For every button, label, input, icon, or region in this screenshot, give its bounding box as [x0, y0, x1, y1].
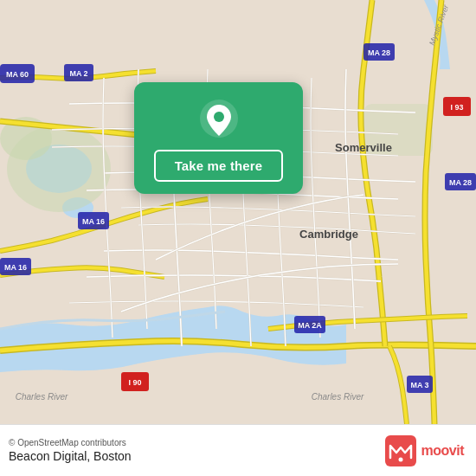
- svg-text:Somerville: Somerville: [335, 141, 392, 154]
- bottom-bar: © OpenStreetMap contributors Beacon Digi…: [0, 424, 476, 476]
- svg-point-34: [398, 457, 402, 461]
- location-text: Beacon Digital, Boston: [9, 449, 132, 463]
- svg-text:MA 16: MA 16: [4, 263, 27, 272]
- svg-text:Charles River: Charles River: [312, 392, 364, 402]
- svg-text:MA 3: MA 3: [410, 381, 428, 389]
- svg-text:Charles River: Charles River: [16, 392, 68, 402]
- svg-text:I 93: I 93: [450, 103, 463, 112]
- bottom-left-info: © OpenStreetMap contributors Beacon Digi…: [9, 438, 132, 463]
- svg-text:MA 2A: MA 2A: [298, 321, 322, 330]
- moovit-text: moovit: [421, 443, 464, 459]
- svg-point-32: [214, 112, 224, 122]
- svg-text:MA 28: MA 28: [449, 178, 472, 187]
- popup-card: Take me there: [134, 82, 303, 194]
- location-pin-icon: [198, 98, 240, 139]
- moovit-logo: moovit: [385, 435, 464, 466]
- svg-text:MA 2: MA 2: [69, 69, 87, 78]
- svg-text:Cambridge: Cambridge: [299, 228, 358, 241]
- svg-text:MA 28: MA 28: [368, 48, 390, 57]
- take-me-there-button[interactable]: Take me there: [154, 150, 284, 182]
- svg-text:I 90: I 90: [128, 378, 141, 387]
- map-container: MA 60 MA 2 MA 16 MA 16 MA 28 MA 28 I 93 …: [0, 0, 476, 424]
- svg-text:MA 16: MA 16: [82, 217, 105, 226]
- attribution-text: © OpenStreetMap contributors: [9, 438, 132, 447]
- svg-text:MA 60: MA 60: [6, 70, 29, 79]
- moovit-icon: [385, 435, 416, 466]
